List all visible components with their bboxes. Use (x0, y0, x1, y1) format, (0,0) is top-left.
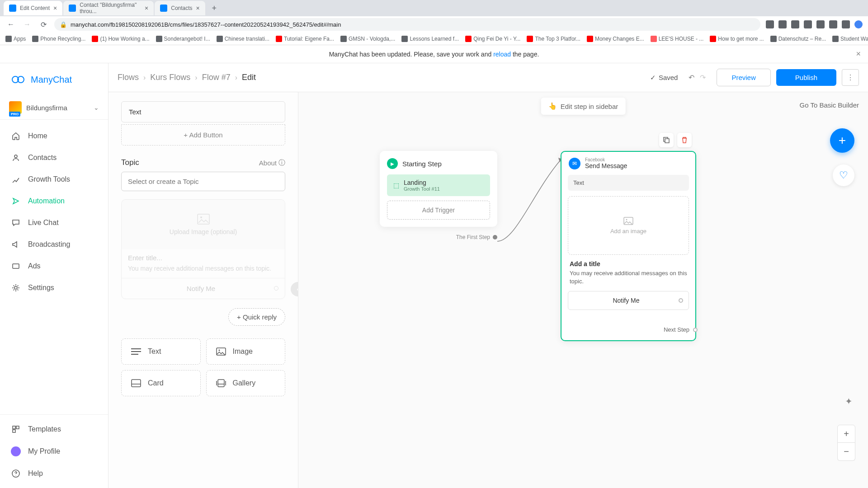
nav-label: Broadcasting (28, 240, 70, 249)
add-trigger-button[interactable]: Add Trigger (387, 201, 490, 220)
new-tab-button[interactable]: + (208, 2, 221, 14)
breadcrumb-item[interactable]: Flows (118, 73, 139, 82)
forward-button[interactable]: → (22, 19, 33, 30)
connector-handle[interactable] (693, 328, 698, 332)
tidy-up-button[interactable]: ✦ (845, 396, 853, 407)
connector-handle[interactable] (679, 298, 683, 303)
breadcrumb-item[interactable]: Flow #7 (202, 73, 231, 82)
sidebar-item-settings[interactable]: Settings (0, 277, 108, 299)
title-input[interactable]: Enter title... (128, 254, 278, 262)
block-option-card[interactable]: Card (121, 370, 201, 396)
bookmark-item[interactable]: Chinese translati... (217, 36, 269, 42)
block-option-gallery[interactable]: Gallery (206, 370, 286, 396)
trigger-sub: Growth Tool #11 (404, 186, 440, 192)
extension-icon[interactable] (791, 20, 799, 28)
about-link[interactable]: About ⓘ (259, 159, 285, 167)
zoom-in-button[interactable]: + (837, 425, 855, 443)
browser-tab[interactable]: Edit Content × (4, 1, 62, 15)
ads-icon (11, 262, 21, 271)
notify-me-button[interactable]: Notify Me (122, 278, 285, 299)
edit-step-chip[interactable]: 👆 Edit step in sidebar (541, 98, 626, 115)
add-image-area[interactable]: Add an image (568, 196, 689, 255)
publish-button[interactable]: Publish (776, 69, 836, 86)
sidebar-item-contacts[interactable]: Contacts (0, 147, 108, 169)
bookmark-item[interactable]: Apps (5, 36, 26, 42)
block-option-text[interactable]: Text (121, 338, 201, 365)
close-icon[interactable]: × (145, 5, 148, 12)
broadcast-icon (11, 240, 21, 249)
send-message-node[interactable]: ✉ Facebook Send Message Text Add an imag… (561, 151, 696, 341)
sidebar-item-help[interactable]: Help (0, 463, 108, 484)
close-icon[interactable]: × (856, 49, 861, 59)
sidebar-item-profile[interactable]: My Profile (0, 440, 108, 463)
bookmark-item[interactable]: Student Wants an... (832, 36, 868, 42)
bookmark-item[interactable]: Sonderangebot! I... (156, 36, 210, 42)
sidebar-item-automation[interactable]: Automation (0, 190, 108, 212)
extension-icon[interactable] (854, 20, 863, 28)
duplicate-button[interactable] (659, 133, 674, 147)
bookmark-item[interactable]: Lessons Learned f... (401, 36, 459, 42)
message-text-block[interactable]: Text (568, 175, 689, 191)
extension-icon[interactable] (804, 20, 812, 28)
svg-point-25 (626, 219, 627, 220)
starting-step-node[interactable]: ▶ Starting Step ⬚ Landing Growth Tool #1… (380, 151, 497, 227)
reload-button[interactable]: ⟳ (38, 19, 49, 30)
bookmark-item[interactable]: GMSN - Vologda,... (340, 36, 395, 42)
sidebar-item-broadcasting[interactable]: Broadcasting (0, 234, 108, 255)
close-icon[interactable]: × (53, 5, 57, 12)
close-icon[interactable]: × (196, 5, 200, 12)
goto-basic-builder-link[interactable]: Go To Basic Builder (800, 98, 859, 113)
bookmark-item[interactable]: LEE'S HOUSE - ... (651, 36, 704, 42)
add-step-fab[interactable]: + (830, 128, 854, 153)
notify-me-button[interactable]: Notify Me (568, 291, 689, 310)
more-button[interactable]: ⋮ (842, 69, 859, 86)
workspace-name: Bildungsfirma (26, 104, 89, 112)
extension-icon[interactable] (778, 20, 787, 28)
workspace-selector[interactable]: PRO Bildungsfirma ⌄ (0, 96, 108, 120)
bookmark-item[interactable]: Qing Fei De Yi - Y... (465, 36, 520, 42)
bookmark-item[interactable]: Money Changes E... (587, 36, 644, 42)
zoom-out-button[interactable]: − (837, 443, 855, 461)
bookmark-item[interactable]: Datenschutz – Re... (770, 36, 826, 42)
extension-icon[interactable] (842, 20, 850, 28)
banner-reload-link[interactable]: reload (493, 51, 511, 58)
breadcrumb-item[interactable]: Kurs Flows (150, 73, 190, 82)
add-button-row[interactable]: + Add Button (121, 124, 285, 145)
topic-input[interactable] (121, 172, 285, 191)
bookmark-item[interactable]: Phone Recycling... (32, 36, 85, 42)
connector-handle[interactable] (274, 286, 278, 291)
bookmark-item[interactable]: How to get more ... (710, 36, 764, 42)
extension-icon[interactable] (816, 20, 825, 28)
extension-icon[interactable] (829, 20, 837, 28)
collapse-panel-button[interactable]: ‹ (291, 282, 298, 296)
upload-image-area[interactable]: Upload Image (optional) (122, 200, 285, 249)
automation-icon (11, 197, 21, 206)
browser-tab[interactable]: Contacts × (155, 1, 205, 15)
browser-tab[interactable]: Contact "Bildungsfirma" throu... × (63, 1, 154, 15)
text-block[interactable]: Text (121, 101, 285, 122)
block-option-image[interactable]: Image (206, 338, 286, 365)
extension-icon[interactable] (766, 20, 774, 28)
url-bar[interactable]: 🔒 manychat.com/fb198150208192061B/cms/fi… (54, 18, 760, 31)
bookmark-item[interactable]: Tutorial: Eigene Fa... (276, 36, 334, 42)
preview-button[interactable]: Preview (717, 69, 770, 86)
undo-button[interactable]: ↶ (689, 73, 694, 82)
add-quick-reply-button[interactable]: + Quick reply (228, 308, 285, 326)
card-preview[interactable]: Upload Image (optional) Enter title... Y… (121, 199, 285, 299)
landing-icon: ⬚ (393, 182, 399, 189)
flow-canvas[interactable]: 👆 Edit step in sidebar Go To Basic Build… (298, 92, 868, 488)
bookmark-item[interactable]: (1) How Working a... (92, 36, 149, 42)
sidebar-item-home[interactable]: Home (0, 125, 108, 147)
favorite-fab[interactable]: ♡ (833, 164, 854, 186)
logo[interactable]: ManyChat (0, 63, 108, 96)
sidebar-item-growth-tools[interactable]: Growth Tools (0, 169, 108, 190)
message-title[interactable]: Add a title (561, 260, 695, 269)
connector-handle[interactable] (493, 235, 497, 239)
sidebar-item-templates[interactable]: Templates (0, 418, 108, 440)
bookmark-item[interactable]: The Top 3 Platfor... (527, 36, 580, 42)
sidebar-item-live-chat[interactable]: Live Chat (0, 212, 108, 234)
sidebar-item-ads[interactable]: Ads (0, 255, 108, 277)
back-button[interactable]: ← (5, 19, 16, 30)
landing-trigger[interactable]: ⬚ Landing Growth Tool #11 (387, 174, 490, 196)
delete-button[interactable] (677, 133, 692, 147)
